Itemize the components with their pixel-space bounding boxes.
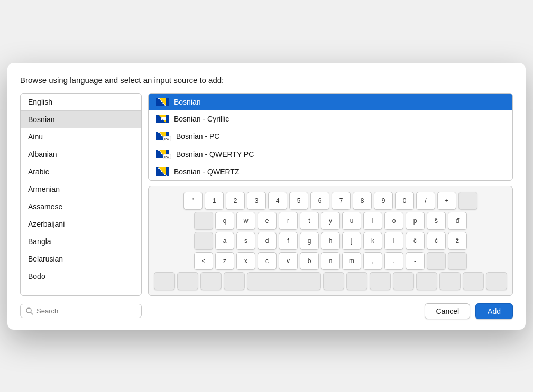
language-item-armenian[interactable]: Armenian — [21, 181, 141, 198]
search-input[interactable] — [36, 307, 136, 315]
key-4-2 — [200, 272, 222, 290]
key-0-8: 8 — [353, 192, 372, 210]
flag-icon-bosnian-cyrillic: Т — [156, 115, 169, 123]
dialog-title: Browse using language and select an inpu… — [20, 76, 513, 85]
key-1-1: q — [215, 212, 234, 230]
key-3-3: c — [258, 252, 277, 270]
key-3-4: v — [279, 252, 298, 270]
svg-point-3 — [158, 98, 159, 99]
input-source-item-bosnian-pc[interactable]: PC Bosnian - PC — [149, 127, 512, 145]
language-item-albanian[interactable]: Albanian — [21, 146, 141, 163]
svg-text:Т: Т — [162, 118, 163, 122]
add-button[interactable]: Add — [475, 303, 513, 319]
key-2-12: ž — [448, 232, 467, 250]
language-item-assamese[interactable]: Assamese — [21, 198, 141, 216]
key-4-1 — [177, 272, 198, 290]
language-item-azerbaijani[interactable]: Azerbaijani — [21, 216, 141, 233]
input-source-item-bosnian[interactable]: Bosnian — [149, 94, 512, 110]
key-3-2: x — [236, 252, 255, 270]
flag-icon-bosnian-pc: PC — [156, 132, 171, 141]
input-source-item-bosnian-cyrillic[interactable]: Т Bosnian - Cyrillic — [149, 110, 512, 127]
svg-point-26 — [158, 150, 159, 151]
key-1-3: e — [258, 212, 277, 230]
svg-text:PC: PC — [164, 155, 169, 158]
svg-point-16 — [158, 132, 159, 133]
key-1-8: i — [363, 212, 382, 230]
language-list: EnglishBosnianAinuAlbanianArabicArmenian… — [21, 94, 141, 295]
keyboard-row-1: qwertyuiopšđ — [154, 212, 507, 230]
key-0-5: 5 — [289, 192, 308, 210]
keyboard-row-2: asdfghjklčćž — [154, 232, 507, 250]
key-0-6: 6 — [310, 192, 329, 210]
language-item-bangla[interactable]: Bangla — [21, 233, 141, 250]
key-3-11 — [427, 252, 446, 270]
keyboard-row-4 — [154, 272, 507, 290]
key-3-12 — [448, 252, 467, 270]
key-4-8 — [393, 272, 414, 290]
language-item-arabic[interactable]: Arabic — [21, 163, 141, 181]
key-3-0: < — [194, 252, 213, 270]
key-4-9 — [416, 272, 437, 290]
svg-point-18 — [161, 135, 162, 136]
input-source-label: Bosnian - PC — [176, 132, 219, 141]
key-4-11 — [463, 272, 484, 290]
cancel-button[interactable]: Cancel — [425, 303, 470, 319]
key-3-5: b — [300, 252, 319, 270]
key-2-2: s — [236, 232, 255, 250]
svg-point-17 — [160, 133, 161, 134]
key-0-2: 2 — [226, 192, 245, 210]
svg-point-28 — [161, 153, 162, 154]
key-1-6: y — [321, 212, 340, 230]
input-source-item-bosnian-qwerty-pc[interactable]: PC Bosnian - QWERTY PC — [149, 145, 512, 163]
key-0-7: 7 — [332, 192, 351, 210]
key-1-11: š — [427, 212, 446, 230]
search-box[interactable] — [20, 304, 142, 318]
key-4-10 — [439, 272, 461, 290]
key-0-3: 3 — [247, 192, 266, 210]
key-1-10: p — [406, 212, 425, 230]
key-3-7: m — [342, 252, 361, 270]
key-3-9: . — [384, 252, 403, 270]
key-2-6: h — [321, 232, 340, 250]
key-2-0 — [194, 232, 213, 250]
content-area: EnglishBosnianAinuAlbanianArabicArmenian… — [20, 93, 513, 296]
key-0-12: + — [437, 192, 456, 210]
svg-point-6 — [162, 102, 163, 104]
key-3-1: z — [215, 252, 234, 270]
key-1-5: t — [300, 212, 319, 230]
language-item-english[interactable]: English — [21, 94, 141, 111]
language-list-panel: EnglishBosnianAinuAlbanianArabicArmenian… — [20, 93, 142, 296]
input-source-label: Bosnian - QWERTY PC — [176, 150, 254, 158]
key-0-11: / — [416, 192, 435, 210]
svg-point-27 — [160, 151, 161, 152]
svg-point-40 — [164, 174, 165, 175]
key-2-8: k — [363, 232, 382, 250]
key-4-4 — [247, 272, 321, 290]
flag-icon-bosnian — [156, 98, 169, 106]
keyboard-row-0: "1234567890/+ — [154, 192, 507, 210]
key-1-12: đ — [448, 212, 467, 230]
language-item-bosnian[interactable]: Bosnian — [21, 111, 141, 128]
key-4-12 — [486, 272, 507, 290]
language-item-ainu[interactable]: Ainu — [21, 128, 141, 146]
key-0-9: 9 — [374, 192, 393, 210]
input-source-item-bosnian-qwertz[interactable]: Bosnian - QWERTZ — [149, 163, 512, 180]
svg-point-38 — [161, 171, 162, 172]
key-2-4: f — [279, 232, 298, 250]
language-item-belarusian[interactable]: Belarusian — [21, 250, 141, 268]
key-4-5 — [323, 272, 344, 290]
key-0-0: " — [183, 192, 203, 210]
key-0-10: 0 — [395, 192, 414, 210]
svg-point-4 — [160, 99, 161, 100]
key-1-4: r — [279, 212, 298, 230]
key-0-13 — [458, 192, 477, 210]
bottom-bar: Cancel Add — [20, 303, 513, 319]
key-4-0 — [154, 272, 175, 290]
language-item-bodo[interactable]: Bodo — [21, 268, 141, 285]
key-0-4: 4 — [268, 192, 287, 210]
flag-icon-bosnian-qwerty-pc: PC — [156, 150, 171, 159]
key-2-3: d — [258, 232, 277, 250]
svg-point-39 — [162, 172, 163, 173]
dialog: Browse using language and select an inpu… — [7, 63, 526, 330]
key-1-7: u — [342, 212, 361, 230]
